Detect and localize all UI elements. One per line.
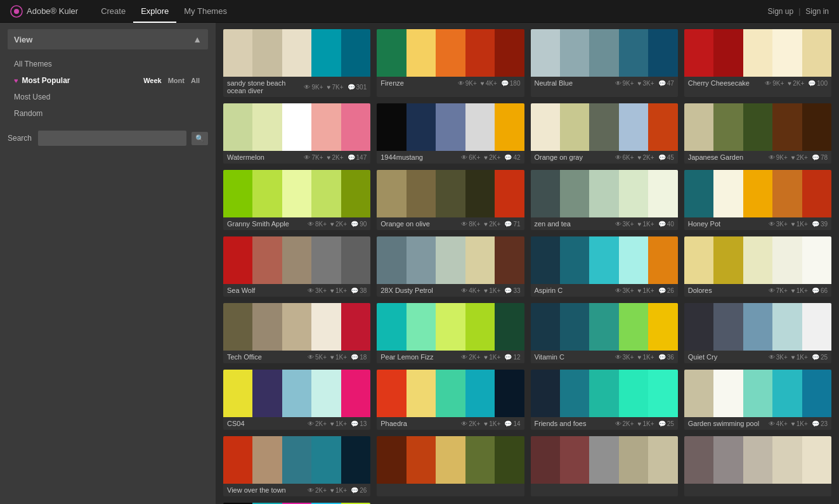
theme-info: [531, 484, 678, 489]
nav-explore[interactable]: Explore: [133, 0, 176, 23]
theme-card[interactable]: Friends and foes 👁2K+ ♥1K+ 💬25: [531, 370, 678, 430]
sidebar-item-all-themes[interactable]: All Themes: [8, 56, 208, 72]
color-swatch: [436, 29, 465, 77]
eye-icon: 👁: [769, 420, 775, 427]
theme-stats: 👁9K+ ♥2K+ 💬100: [765, 80, 828, 87]
color-swatch: [713, 370, 743, 417]
theme-card[interactable]: Orange on olive 👁8K+ ♥2K+ 💬71: [377, 170, 524, 230]
theme-card[interactable]: View over the town 👁2K+ ♥1K+ 💬26: [223, 436, 370, 496]
theme-info: Orange on gray 👁6K+ ♥2K+ 💬45: [531, 151, 678, 164]
time-filter-week[interactable]: Week: [141, 76, 164, 85]
theme-card[interactable]: Watermelon 👁7K+ ♥2K+ 💬147: [223, 103, 370, 164]
theme-card[interactable]: Granny Smith Apple 👁8K+ ♥2K+ 💬90: [223, 170, 370, 230]
signup-link[interactable]: Sign up: [767, 7, 793, 16]
theme-card[interactable]: sandy stone beach ocean diver 👁9K+ ♥7K+ …: [223, 29, 370, 97]
heart-stat-icon: ♥: [638, 287, 642, 294]
color-swatch: [802, 29, 831, 77]
theme-card[interactable]: Vitamin C 👁3K+ ♥1K+ 💬36: [531, 303, 678, 363]
heart-stat-icon: ♥: [638, 80, 642, 87]
likes-stat: ♥1K+: [791, 354, 808, 361]
comment-icon: 💬: [351, 354, 358, 361]
theme-card[interactable]: Garden swimming pool 👁4K+ ♥1K+ 💬23: [684, 370, 831, 430]
theme-card[interactable]: Phaedra 👁2K+ ♥1K+ 💬14: [377, 370, 524, 430]
theme-card[interactable]: Firenze 👁9K+ ♥4K+ 💬180: [377, 29, 524, 97]
views-stat: 👁2K+: [308, 487, 327, 494]
heart-stat-icon: ♥: [484, 154, 488, 161]
comments-stat: 💬39: [812, 221, 828, 228]
search-icon[interactable]: 🔍: [192, 132, 208, 145]
theme-card[interactable]: CS04 👁2K+ ♥1K+ 💬13: [223, 370, 370, 430]
comment-icon: 💬: [658, 420, 666, 427]
color-swatch: [743, 29, 772, 77]
eye-icon: 👁: [308, 354, 314, 361]
theme-card[interactable]: [684, 436, 831, 496]
sidebar-collapse-icon[interactable]: ▲: [193, 34, 202, 44]
nav-create[interactable]: Create: [93, 0, 133, 23]
likes-stat: ♥2K+: [638, 154, 654, 161]
signin-link[interactable]: Sign in: [805, 7, 829, 16]
theme-name: Honey Pot: [688, 220, 720, 228]
theme-stats: 👁4K+ ♥1K+ 💬33: [461, 287, 520, 294]
comment-icon: 💬: [348, 84, 355, 91]
comments-stat: 💬40: [658, 221, 674, 228]
theme-card[interactable]: 1944mustang 👁6K+ ♥2K+ 💬42: [377, 103, 524, 164]
heart-stat-icon: ♥: [638, 354, 642, 361]
heart-stat-icon: ♥: [330, 287, 334, 294]
theme-card[interactable]: zen and tea 👁3K+ ♥1K+ 💬40: [531, 170, 678, 230]
time-filter-month[interactable]: Mont: [166, 76, 186, 85]
color-swatch: [406, 370, 436, 417]
likes-stat: ♥2K+: [327, 154, 344, 161]
color-swatch: [531, 303, 560, 351]
sidebar-item-most-used[interactable]: Most Used: [8, 89, 208, 105]
color-swatch: [684, 29, 713, 77]
color-swatch: [619, 370, 648, 417]
theme-card[interactable]: Japanese Garden 👁9K+ ♥2K+ 💬78: [684, 103, 831, 164]
comments-stat: 💬100: [808, 80, 828, 87]
theme-stats: 👁7K+ ♥1K+ 💬66: [769, 287, 828, 294]
comments-stat: 💬66: [812, 287, 828, 294]
heart-stat-icon: ♥: [638, 420, 642, 427]
sidebar-item-random[interactable]: Random: [8, 105, 208, 122]
theme-swatches: [531, 170, 678, 217]
theme-info: Tech Office 👁5K+ ♥1K+ 💬18: [223, 351, 370, 363]
likes-stat: ♥1K+: [638, 420, 654, 427]
theme-card[interactable]: 28X Dusty Petrol 👁4K+ ♥1K+ 💬33: [377, 236, 524, 297]
search-input[interactable]: [38, 131, 186, 146]
theme-card[interactable]: Aspirin C 👁3K+ ♥1K+ 💬26: [531, 236, 678, 297]
theme-swatches: [377, 103, 524, 151]
theme-info: Firenze 👁9K+ ♥4K+ 💬180: [377, 77, 524, 89]
color-swatch: [713, 29, 743, 77]
nav-my-themes[interactable]: My Themes: [176, 0, 235, 23]
eye-icon: 👁: [308, 287, 314, 294]
color-swatch: [743, 103, 772, 151]
theme-card[interactable]: Pear Lemon Fizz 👁2K+ ♥1K+ 💬12: [377, 303, 524, 363]
theme-card[interactable]: [377, 436, 524, 496]
theme-card[interactable]: Tech Office 👁5K+ ♥1K+ 💬18: [223, 303, 370, 363]
theme-name: Garden swimming pool: [688, 420, 760, 427]
color-swatch: [252, 370, 282, 417]
theme-card[interactable]: Dolores 👁7K+ ♥1K+ 💬66: [684, 236, 831, 297]
sidebar-item-most-popular[interactable]: ♥ Most Popular Week Mont All: [8, 72, 208, 89]
heart-stat-icon: ♥: [481, 80, 485, 87]
color-swatch: [377, 103, 406, 151]
theme-swatches: [223, 170, 370, 217]
comment-icon: 💬: [504, 420, 512, 427]
color-swatch: [589, 170, 618, 217]
theme-card[interactable]: Quiet Cry 👁3K+ ♥1K+ 💬25: [684, 303, 831, 363]
color-swatch: [802, 303, 831, 351]
time-filter-all[interactable]: All: [189, 76, 202, 85]
comments-stat: 💬13: [351, 420, 367, 427]
theme-card[interactable]: Sea Wolf 👁3K+ ♥1K+ 💬38: [223, 236, 370, 297]
theme-card[interactable]: Cherry Cheesecake 👁9K+ ♥2K+ 💬100: [684, 29, 831, 97]
theme-info: Japanese Garden 👁9K+ ♥2K+ 💬78: [684, 151, 831, 164]
theme-info: 1944mustang 👁6K+ ♥2K+ 💬42: [377, 151, 524, 164]
views-stat: 👁6K+: [461, 154, 480, 161]
theme-card[interactable]: Neutral Blue 👁9K+ ♥3K+ 💬47: [531, 29, 678, 97]
color-swatch: [772, 170, 802, 217]
theme-card[interactable]: Honey Pot 👁3K+ ♥1K+ 💬39: [684, 170, 831, 230]
likes-stat: ♥2K+: [484, 154, 500, 161]
sidebar-header: View ▲: [8, 29, 208, 49]
theme-card[interactable]: Orange on gray 👁6K+ ♥2K+ 💬45: [531, 103, 678, 164]
theme-card[interactable]: [531, 436, 678, 496]
nav-right: Sign up | Sign in: [767, 7, 829, 16]
